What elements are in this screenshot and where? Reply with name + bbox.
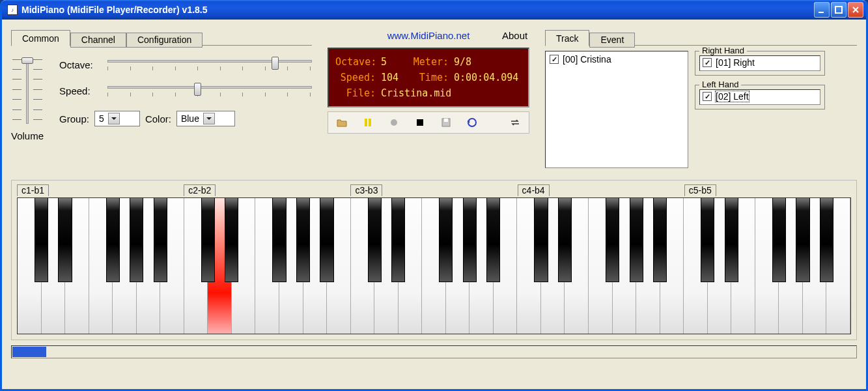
tabs-right: Track Event	[545, 27, 857, 46]
black-key[interactable]	[796, 198, 809, 282]
loop-button[interactable]	[505, 115, 525, 130]
black-key[interactable]	[201, 198, 215, 282]
octave-slider-label: Octave:	[59, 59, 101, 70]
speed-slider[interactable]	[107, 81, 312, 100]
titlebar[interactable]: ♪ MidiPiano (MidiFile Player/Recorder) v…	[2, 0, 866, 20]
svg-rect-1	[835, 7, 842, 13]
volume-slider[interactable]	[11, 55, 44, 126]
tab-event[interactable]: Event	[589, 33, 635, 48]
svg-rect-7	[444, 119, 448, 122]
left-hand-legend: Left Hand	[699, 80, 741, 89]
website-link[interactable]: www.MidiPiano.net	[387, 30, 470, 41]
speed-slider-label: Speed:	[59, 85, 101, 96]
group-value: 5	[99, 113, 104, 124]
black-key[interactable]	[772, 198, 786, 282]
lcd-speed-label: Speed:	[335, 70, 376, 85]
black-key[interactable]	[58, 198, 72, 282]
checkbox-icon[interactable]	[550, 55, 559, 64]
octave-label: c3-b3	[350, 184, 382, 196]
black-key[interactable]	[320, 198, 333, 282]
svg-point-4	[391, 119, 397, 126]
black-key[interactable]	[439, 198, 453, 282]
chevron-down-icon	[203, 113, 215, 124]
volume-label: Volume	[11, 130, 44, 141]
lcd-file-label: File:	[335, 85, 376, 101]
lcd-time-value: 0:00:04.094	[454, 70, 518, 85]
black-key[interactable]	[463, 198, 477, 282]
black-key[interactable]	[606, 198, 619, 282]
transport-bar	[328, 111, 529, 134]
octave-label: c4-b4	[518, 184, 550, 196]
lcd-octave-value: 5	[381, 54, 407, 70]
right-hand-legend: Right Hand	[699, 46, 747, 55]
open-button[interactable]	[332, 115, 352, 130]
svg-rect-2	[365, 119, 367, 126]
window-title: MidiPiano (MidiFile Player/Recorder) v1.…	[21, 5, 208, 15]
piano-keyboard[interactable]	[17, 197, 851, 334]
tab-track[interactable]: Track	[545, 30, 589, 46]
left-hand-item[interactable]: [02] Left	[703, 91, 817, 102]
black-key[interactable]	[701, 198, 714, 282]
black-key[interactable]	[653, 198, 667, 282]
black-key[interactable]	[106, 198, 120, 282]
octave-slider[interactable]	[107, 55, 312, 74]
checkbox-icon[interactable]	[703, 92, 712, 101]
rewind-button[interactable]	[462, 115, 482, 130]
black-key[interactable]	[296, 198, 310, 282]
lcd-meter-value: 9/8	[454, 54, 480, 70]
lcd-file-value: Cristina.mid	[381, 85, 451, 101]
group-label: Group:	[59, 113, 89, 124]
tab-channel[interactable]: Channel	[70, 33, 126, 48]
minimize-button[interactable]	[814, 2, 830, 18]
right-hand-list[interactable]: [01] Right	[699, 55, 820, 71]
group-select[interactable]: 5	[94, 111, 140, 126]
maximize-button[interactable]	[831, 2, 847, 18]
black-key[interactable]	[368, 198, 382, 282]
lcd-display: Octave: 5 Meter: 9/8 Speed: 104 Time: 0:…	[328, 48, 529, 108]
black-key[interactable]	[534, 198, 548, 282]
keyboard-panel: c1-b1c2-b2c3-b3c4-b4c5-b5	[11, 180, 857, 340]
black-key[interactable]	[35, 198, 48, 282]
black-key[interactable]	[630, 198, 643, 282]
right-hand-item-label: [01] Right	[716, 57, 755, 68]
color-value: Blue	[181, 113, 199, 124]
left-hand-group: Left Hand [02] Left	[695, 85, 825, 109]
progress-bar[interactable]	[11, 345, 857, 358]
black-key[interactable]	[225, 198, 238, 282]
app-icon: ♪	[7, 5, 18, 15]
chevron-down-icon	[108, 113, 120, 124]
checkbox-icon[interactable]	[703, 58, 712, 67]
record-button[interactable]	[384, 115, 404, 130]
left-hand-list[interactable]: [02] Left	[699, 89, 820, 105]
black-key[interactable]	[725, 198, 738, 282]
black-key[interactable]	[130, 198, 143, 282]
close-button[interactable]	[848, 2, 863, 18]
stop-button[interactable]	[410, 115, 430, 130]
right-hand-item[interactable]: [01] Right	[703, 57, 817, 68]
pause-button[interactable]	[358, 115, 378, 130]
track-item[interactable]: [00] Cristina	[550, 54, 684, 65]
tab-configuration[interactable]: Configuration	[126, 33, 203, 48]
lcd-meter-label: Meter:	[412, 54, 449, 70]
track-item-label: [00] Cristina	[563, 54, 611, 65]
app-window: ♪ MidiPiano (MidiFile Player/Recorder) v…	[0, 0, 868, 391]
tab-common[interactable]: Common	[11, 30, 70, 46]
color-select[interactable]: Blue	[176, 111, 235, 126]
black-key[interactable]	[391, 198, 405, 282]
save-button[interactable]	[436, 115, 456, 130]
svg-rect-0	[819, 12, 824, 13]
octave-label: c2-b2	[184, 184, 216, 196]
track-list[interactable]: [00] Cristina	[545, 51, 688, 168]
about-link[interactable]: About	[502, 30, 527, 41]
octave-label: c1-b1	[17, 184, 49, 196]
black-key[interactable]	[272, 198, 286, 282]
tabs-left: Common Channel Configuration	[11, 27, 312, 46]
svg-rect-3	[369, 119, 371, 126]
lcd-octave-label: Octave:	[335, 54, 376, 70]
black-key[interactable]	[558, 198, 572, 282]
black-key[interactable]	[486, 198, 500, 282]
lcd-time-label: Time:	[412, 70, 449, 85]
black-key[interactable]	[820, 198, 833, 282]
lcd-speed-value: 104	[381, 70, 407, 85]
black-key[interactable]	[154, 198, 167, 282]
